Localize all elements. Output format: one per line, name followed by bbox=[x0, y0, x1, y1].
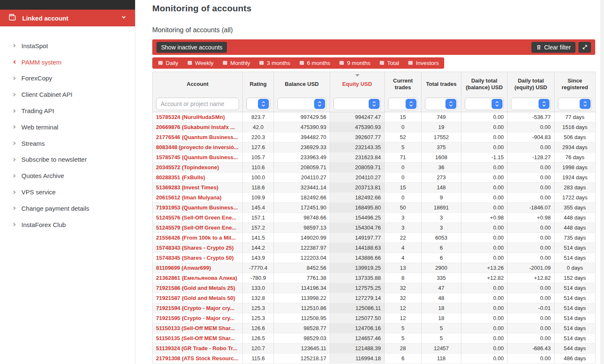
account-link[interactable]: 71921595 (Crypto - Major cry... bbox=[156, 315, 234, 321]
column-header-daily-total-balance-usd[interactable]: Daily total (balance) USD bbox=[461, 72, 508, 96]
account-link[interactable]: 20615612 (Iman Mulyana) bbox=[156, 194, 221, 201]
cell-current_trades: 5 bbox=[385, 323, 422, 333]
table-row: 15785324 (NurulHudaSMn)823.7997429.56994… bbox=[153, 112, 596, 122]
tab-9-months[interactable]: 9 months bbox=[339, 60, 370, 67]
account-link[interactable]: 81109699 (Anwar699) bbox=[156, 265, 211, 271]
tab-total[interactable]: Total bbox=[379, 60, 399, 67]
spinner-button[interactable] bbox=[314, 99, 325, 109]
spinner-button[interactable] bbox=[258, 99, 269, 109]
spinner-button[interactable] bbox=[539, 99, 549, 109]
account-link[interactable]: 21556426 (From 100k to a Mil... bbox=[156, 235, 236, 241]
account-filter-input[interactable] bbox=[156, 98, 239, 110]
spinner-button[interactable] bbox=[406, 99, 417, 109]
sidebar-item-quotes-archive[interactable]: Quotes Archive bbox=[0, 168, 135, 184]
show-inactive-accounts-button[interactable]: Show inactive accounts bbox=[156, 42, 227, 53]
cell-equity: 203713.81 bbox=[330, 183, 385, 193]
cell-daily_equity: 0.00 bbox=[508, 283, 555, 293]
sidebar-item-change-payment-details[interactable]: Change payment details bbox=[0, 200, 135, 217]
account-link[interactable]: 71921586 (Gold and Metals 25) bbox=[156, 285, 235, 291]
sidebar-item-client-cabinet-api[interactable]: Client Cabinet API bbox=[0, 86, 135, 103]
fullscreen-button[interactable] bbox=[578, 42, 591, 53]
column-header-balance-usd[interactable]: Balance USD bbox=[274, 72, 330, 96]
sidebar-item-vps-service[interactable]: VPS service bbox=[0, 184, 135, 200]
column-header-since-registered[interactable]: Since registered bbox=[555, 72, 596, 96]
account-link[interactable]: 15785324 (NurulHudaSMn) bbox=[156, 114, 225, 120]
cell-daily_balance: 0.00 bbox=[461, 163, 508, 173]
spinner-button[interactable] bbox=[369, 99, 380, 109]
calendar-icon bbox=[222, 60, 228, 67]
column-header-account[interactable]: Account bbox=[153, 72, 243, 96]
cell-rating: 220.3 bbox=[243, 132, 274, 142]
account-link[interactable]: 51150133 (Sell-Off MEM Shar... bbox=[156, 325, 235, 331]
cell-equity: 144188.63 bbox=[330, 243, 385, 253]
cell-current_trades: 13 bbox=[385, 263, 422, 273]
spinner-button[interactable] bbox=[445, 99, 456, 109]
vertical-scrollbar[interactable] bbox=[601, 0, 604, 364]
cell-equity: 121488.39 bbox=[330, 343, 385, 354]
cell-since_registered: 514 days bbox=[555, 283, 596, 293]
cell-daily_balance: +0.98 bbox=[461, 213, 508, 223]
column-header-label: Account bbox=[187, 81, 208, 87]
account-link[interactable]: 21776546 (Quantum Business... bbox=[156, 134, 238, 140]
clear-filter-button[interactable]: Clear filter bbox=[531, 42, 575, 53]
sidebar-item-forexcopy[interactable]: ForexCopy bbox=[0, 70, 135, 87]
spinner-button[interactable] bbox=[492, 99, 502, 109]
cell-daily_balance: 0.00 bbox=[461, 193, 508, 203]
table-row: 21776546 (Quantum Business...220.3394482… bbox=[153, 132, 596, 142]
sidebar-item-web-terminal[interactable]: Web terminal bbox=[0, 119, 135, 135]
column-header-daily-total-equity-usd[interactable]: Daily total (equity) USD bbox=[508, 72, 555, 96]
sidebar-item-pamm-system[interactable]: PAMM system bbox=[0, 54, 135, 70]
chevron-right-icon bbox=[13, 90, 18, 99]
cell-account: 15785324 (NurulHudaSMn) bbox=[153, 112, 243, 122]
sidebar-item-trading-api[interactable]: Trading API bbox=[0, 103, 135, 119]
account-link[interactable]: 20345572 (Topindexone) bbox=[156, 164, 219, 170]
tab-daily[interactable]: Daily bbox=[158, 60, 178, 67]
account-link[interactable]: 71921587 (Gold and Metals 50) bbox=[156, 295, 235, 301]
column-header-rating[interactable]: Rating bbox=[243, 72, 274, 96]
sidebar: Linked account Account SummaryTrading ac… bbox=[0, 0, 135, 364]
account-link[interactable]: 15785745 (Quantum Business... bbox=[156, 154, 238, 160]
cell-equity: 204110.27 bbox=[330, 173, 385, 183]
account-link[interactable]: 51369283 (Invest Times) bbox=[156, 184, 219, 191]
spinner-button[interactable] bbox=[580, 99, 591, 109]
table-row: 15748343 (Shares - Crypto 25)144.2122387… bbox=[153, 243, 596, 253]
cell-daily_balance: 0.00 bbox=[461, 223, 508, 233]
cell-since_registered: 448 days bbox=[555, 213, 596, 223]
sidebar-item-instaspot[interactable]: InstaSpot bbox=[0, 38, 135, 54]
tab-6-months[interactable]: 6 months bbox=[299, 60, 331, 67]
filter-cell-rating bbox=[243, 96, 274, 112]
column-header-current-trades[interactable]: Current trades bbox=[385, 72, 422, 96]
cell-daily_balance: 0.00 bbox=[461, 203, 508, 213]
column-header-total-trades[interactable]: Total trades bbox=[422, 72, 461, 96]
account-link[interactable]: 51245576 (Sell-Off Green Ene... bbox=[156, 214, 236, 221]
account-link[interactable]: 71931953 (Quantum Business... bbox=[156, 204, 238, 211]
account-link[interactable]: 15748343 (Shares - Crypto 25) bbox=[156, 245, 234, 251]
sort-desc-icon bbox=[355, 74, 359, 77]
account-link[interactable]: 80288351 (FxBulls) bbox=[156, 174, 205, 181]
account-link[interactable]: 8083448 (proyecto de inversió... bbox=[156, 144, 239, 150]
linked-account-header[interactable]: Linked account bbox=[0, 10, 135, 26]
tab-3-months[interactable]: 3 months bbox=[259, 60, 290, 67]
account-link[interactable]: 51245579 (Sell-Off Green Ene... bbox=[156, 225, 236, 231]
sidebar-item-streams[interactable]: Streams bbox=[0, 135, 135, 152]
tab-monthly[interactable]: Monthly bbox=[222, 60, 250, 67]
sidebar-item-instaforex-club[interactable]: InstaForex Club bbox=[0, 217, 135, 233]
filter-cell-equity-usd bbox=[330, 96, 385, 112]
cell-rating: 127.6 bbox=[243, 142, 274, 152]
account-link[interactable]: 15748345 (Shares - Crypto 50) bbox=[156, 255, 234, 261]
account-link[interactable]: 21791308 (ATS Stock Resourc... bbox=[156, 355, 238, 361]
account-link[interactable]: 20669876 (Sukabumi Instafx ... bbox=[156, 124, 235, 130]
sidebar-item-subscribe-to-newsletter[interactable]: Subscribe to newsletter bbox=[0, 152, 135, 168]
column-header-equity-usd[interactable]: Equity USD bbox=[330, 72, 385, 96]
tab-investors[interactable]: Investors bbox=[408, 60, 439, 67]
account-link[interactable]: 71921594 (Crypto - Major cry... bbox=[156, 305, 234, 311]
account-link[interactable]: 51139324 (GR Trade - Robo Tr... bbox=[156, 345, 237, 351]
account-link[interactable]: 51150135 (Sell-Off MEM Shar... bbox=[156, 335, 235, 341]
account-link[interactable]: 21362861 (Емельянова Алика) bbox=[156, 275, 237, 281]
tab-weekly[interactable]: Weekly bbox=[187, 60, 213, 67]
cell-daily_equity: +12.82 bbox=[508, 273, 555, 283]
table-row: 71931953 (Quantum Business...145.4172451… bbox=[153, 203, 596, 213]
sidebar-menu: Account SummaryTrading accountCompany’s … bbox=[0, 26, 135, 233]
cell-rating: 143.9 bbox=[243, 253, 274, 263]
cell-since_registered: 506 days bbox=[555, 132, 596, 142]
